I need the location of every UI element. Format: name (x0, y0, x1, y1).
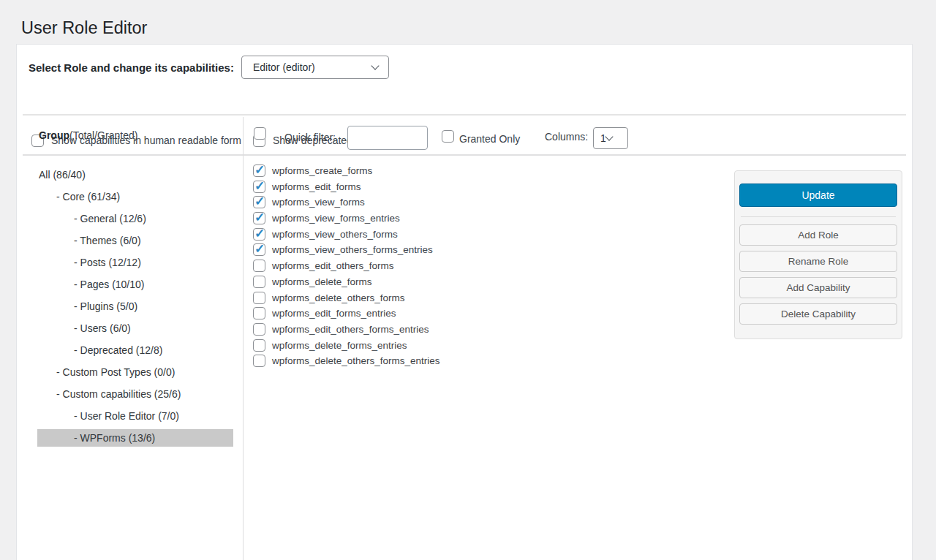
role-selector-row: Select Role and change its capabilities:… (29, 56, 389, 79)
capability-label: wpforms_delete_forms_entries (272, 340, 407, 351)
capability-row: wpforms_view_forms (253, 196, 440, 208)
group-column-header: Group (Total/Granted) (39, 116, 137, 155)
capability-checkbox[interactable] (253, 212, 265, 224)
role-select-value: Editor (editor) (253, 61, 372, 73)
capability-row: wpforms_delete_others_forms (253, 292, 440, 304)
group-tree-item[interactable]: All (86/40) (37, 166, 233, 183)
granted-only-label: Granted Only (459, 133, 520, 145)
capability-row: wpforms_edit_forms_entries (253, 307, 440, 319)
divider (23, 114, 906, 116)
divider (23, 154, 906, 156)
group-tree-item[interactable]: - Users (6/0) (37, 319, 233, 337)
capability-label: wpforms_delete_forms (272, 276, 372, 287)
page-title: User Role Editor (21, 18, 147, 38)
divider (741, 216, 896, 217)
capability-label: wpforms_view_others_forms_entries (272, 244, 433, 255)
divider (243, 117, 244, 560)
capability-label: wpforms_edit_forms_entries (272, 308, 396, 319)
quick-filter-label: Quick filter: (284, 132, 336, 143)
group-header-bold: Group (39, 129, 69, 141)
select-all-checkbox[interactable] (254, 127, 266, 140)
capability-row: wpforms_edit_others_forms (253, 260, 440, 272)
group-tree-item[interactable]: - Pages (10/10) (37, 276, 233, 293)
capability-label: wpforms_view_others_forms (272, 229, 398, 240)
capability-label: wpforms_delete_others_forms_entries (272, 355, 440, 366)
capability-row: wpforms_delete_forms (253, 276, 440, 288)
columns-select[interactable]: 1 (593, 127, 628, 149)
group-tree-item[interactable]: - Custom capabilities (25/6) (37, 385, 233, 403)
capability-label: wpforms_view_forms (272, 197, 365, 208)
group-header-rest: (Total/Granted) (69, 129, 137, 141)
user-role-editor-panel: Select Role and change its capabilities:… (16, 44, 913, 560)
capability-checkbox[interactable] (253, 323, 265, 336)
group-tree-item[interactable]: - Themes (6/0) (37, 232, 233, 249)
capabilities-list: wpforms_create_forms wpforms_edit_forms … (253, 164, 440, 371)
capability-checkbox[interactable] (253, 181, 265, 193)
capability-label: wpforms_edit_forms (272, 181, 361, 192)
capability-checkbox[interactable] (253, 355, 265, 367)
capability-row: wpforms_view_others_forms_entries (253, 243, 440, 256)
role-selector-label: Select Role and change its capabilities: (29, 61, 234, 74)
capability-checkbox[interactable] (253, 339, 265, 352)
capability-checkbox[interactable] (253, 260, 265, 272)
action-button[interactable]: Add Role (739, 224, 897, 246)
granted-only-checkbox[interactable] (442, 130, 454, 143)
capability-row: wpforms_delete_forms_entries (253, 339, 440, 352)
capability-label: wpforms_edit_others_forms_entries (272, 324, 429, 335)
capability-row: wpforms_view_forms_entries (253, 212, 440, 224)
update-button[interactable]: Update (739, 183, 897, 207)
capability-label: wpforms_view_forms_entries (272, 213, 400, 224)
group-tree-item[interactable]: - Plugins (5/0) (37, 298, 233, 315)
actions-panel: Update Add RoleRename RoleAdd Capability… (734, 170, 902, 339)
group-tree-item[interactable]: - Deprecated (12/8) (37, 341, 233, 359)
capability-row: wpforms_create_forms (253, 164, 440, 177)
capability-checkbox[interactable] (253, 243, 265, 256)
columns-select-value: 1 (600, 132, 606, 144)
capability-checkbox[interactable] (253, 196, 265, 208)
quick-filter-input[interactable] (347, 126, 428, 150)
capability-checkbox[interactable] (253, 292, 265, 304)
group-tree: All (86/40)- Core (61/34)- General (12/6… (17, 166, 243, 451)
chevron-down-icon (371, 61, 379, 69)
action-button[interactable]: Add Capability (739, 277, 897, 298)
capability-checkbox[interactable] (253, 307, 265, 319)
group-tree-item[interactable]: - Core (61/34) (37, 188, 233, 205)
capability-checkbox[interactable] (253, 164, 265, 177)
capability-row: wpforms_edit_others_forms_entries (253, 323, 440, 336)
secondary-actions: Add RoleRename RoleAdd CapabilityDelete … (739, 224, 897, 325)
group-tree-item[interactable]: - User Role Editor (7/0) (37, 407, 233, 425)
group-tree-item[interactable]: - WPForms (13/6) (37, 429, 233, 447)
capability-row: wpforms_delete_others_forms_entries (253, 355, 440, 367)
capability-label: wpforms_edit_others_forms (272, 260, 394, 271)
columns-label: Columns: (545, 131, 588, 143)
capability-label: wpforms_delete_others_forms (272, 292, 405, 303)
capability-checkbox[interactable] (253, 276, 265, 288)
capability-row: wpforms_view_others_forms (253, 228, 440, 241)
capability-row: wpforms_edit_forms (253, 181, 440, 193)
action-button[interactable]: Delete Capability (739, 303, 897, 325)
group-tree-item[interactable]: - Posts (12/12) (37, 254, 233, 271)
action-button[interactable]: Rename Role (739, 251, 897, 272)
role-select[interactable]: Editor (editor) (241, 56, 389, 79)
capability-label: wpforms_create_forms (272, 165, 372, 176)
capability-checkbox[interactable] (253, 228, 265, 241)
group-tree-item[interactable]: - General (12/6) (37, 210, 233, 227)
group-tree-item[interactable]: - Custom Post Types (0/0) (37, 363, 233, 381)
